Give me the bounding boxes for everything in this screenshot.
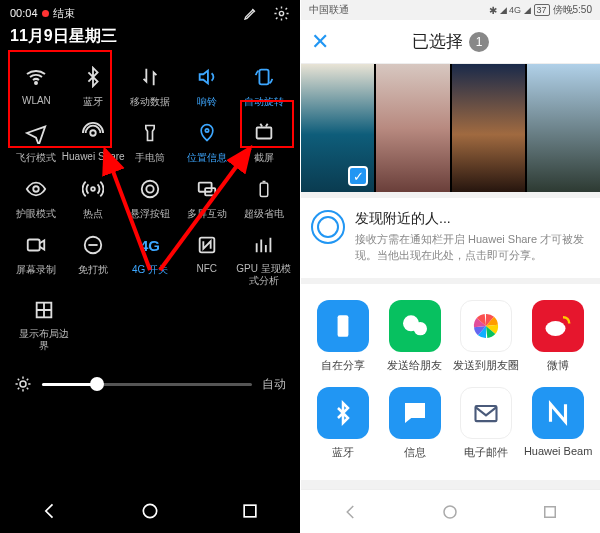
battery-indicator: 37 bbox=[534, 4, 550, 16]
status-time: 傍晚5:50 bbox=[553, 3, 592, 17]
quick-settings-grid: WLAN 蓝牙 移动数据 响铃 自动旋转 飞行模式 Huawei Share 手… bbox=[0, 63, 300, 351]
app-zizai[interactable]: 自在分享 bbox=[307, 300, 379, 373]
app-bluetooth[interactable]: 蓝牙 bbox=[307, 387, 379, 460]
right-phone-share-sheet: 中国联通 ✱ ◢ 4G ◢ 37 傍晚5:50 ✕ 已选择 1 ✓ 发现附近的 bbox=[300, 0, 600, 533]
location-icon bbox=[197, 122, 217, 144]
gallery-thumb[interactable]: ✓ bbox=[301, 64, 374, 192]
nav-bar bbox=[301, 489, 600, 533]
close-icon[interactable]: ✕ bbox=[311, 29, 329, 55]
eye-icon bbox=[25, 178, 47, 200]
nav-back-icon[interactable] bbox=[40, 501, 60, 521]
battery-icon bbox=[255, 178, 273, 200]
bluetooth-icon bbox=[82, 66, 104, 88]
share-header: ✕ 已选择 1 bbox=[301, 20, 600, 64]
tile-hotspot[interactable]: 热点 bbox=[65, 175, 121, 221]
brightness-slider[interactable]: 自动 bbox=[0, 375, 300, 393]
screenshot-icon bbox=[253, 122, 275, 144]
tile-sound[interactable]: 响铃 bbox=[179, 63, 235, 109]
svg-point-7 bbox=[91, 187, 95, 191]
bounds-icon bbox=[33, 299, 55, 321]
nav-home-icon[interactable] bbox=[140, 501, 160, 521]
status-bar: 中国联通 ✱ ◢ 4G ◢ 37 傍晚5:50 bbox=[301, 0, 600, 20]
svg-point-27 bbox=[444, 506, 456, 518]
tile-auto-rotate[interactable]: 自动旋转 bbox=[236, 63, 292, 109]
brightness-icon bbox=[14, 375, 32, 393]
tile-huawei-share[interactable]: Huawei Share bbox=[65, 119, 121, 165]
brightness-track[interactable] bbox=[42, 383, 252, 386]
nav-recent-icon[interactable] bbox=[240, 501, 260, 521]
nav-recent-icon[interactable] bbox=[541, 503, 559, 521]
edit-icon[interactable] bbox=[243, 5, 259, 21]
nav-bar bbox=[0, 489, 300, 533]
bluetooth-icon bbox=[331, 398, 355, 428]
nfc-n-icon bbox=[543, 398, 573, 428]
tile-mobile-data[interactable]: 移动数据 bbox=[122, 63, 178, 109]
gallery-thumb[interactable] bbox=[452, 64, 525, 192]
gallery-strip[interactable]: ✓ bbox=[301, 64, 600, 192]
tile-gpu[interactable]: GPU 呈现模式分析 bbox=[236, 231, 292, 286]
tile-flashlight[interactable]: 手电筒 bbox=[122, 119, 178, 165]
gpu-icon bbox=[253, 234, 275, 256]
wifi-icon bbox=[24, 65, 48, 89]
moments-icon bbox=[470, 310, 502, 342]
brightness-auto-label[interactable]: 自动 bbox=[262, 376, 286, 393]
app-wechat-friend[interactable]: 发送给朋友 bbox=[379, 300, 451, 373]
tile-bluetooth[interactable]: 蓝牙 bbox=[65, 63, 121, 109]
gallery-thumb[interactable] bbox=[376, 64, 449, 192]
status-bar: 00:04 结束 bbox=[0, 0, 300, 26]
signal-indicator-icon: ◢ 4G ◢ bbox=[500, 5, 531, 15]
tile-screen-record[interactable]: 屏幕录制 bbox=[8, 231, 64, 286]
svg-rect-22 bbox=[337, 315, 348, 337]
tile-screenshot[interactable]: 截屏 bbox=[236, 119, 292, 165]
header-title: 已选择 bbox=[412, 30, 463, 53]
app-messages[interactable]: 信息 bbox=[379, 387, 451, 460]
dnd-icon bbox=[82, 234, 104, 256]
svg-rect-26 bbox=[476, 406, 497, 421]
wechat-icon bbox=[399, 310, 431, 342]
record-icon bbox=[25, 234, 47, 256]
tile-wlan[interactable]: WLAN bbox=[8, 63, 64, 109]
app-email[interactable]: 电子邮件 bbox=[451, 387, 523, 460]
mail-icon bbox=[470, 399, 502, 427]
phone-icon bbox=[330, 310, 356, 342]
sound-icon bbox=[196, 66, 218, 88]
svg-rect-28 bbox=[545, 506, 556, 517]
tile-airplane[interactable]: 飞行模式 bbox=[8, 119, 64, 165]
tile-float-button[interactable]: 悬浮按钮 bbox=[122, 175, 178, 221]
app-huawei-beam[interactable]: Huawei Beam bbox=[522, 387, 594, 460]
nearby-desc: 接收方需在通知栏开启 Huawei Share 才可被发现。当他出现在此处，点击… bbox=[355, 232, 590, 264]
huawei-share-ring-icon bbox=[311, 210, 345, 244]
gear-icon[interactable] bbox=[273, 5, 290, 22]
svg-rect-2 bbox=[259, 70, 268, 85]
nav-back-icon[interactable] bbox=[342, 503, 360, 521]
tile-layout-bounds[interactable]: 显示布局边界 bbox=[16, 296, 72, 351]
selection-count-badge: 1 bbox=[469, 32, 489, 52]
bluetooth-indicator-icon: ✱ bbox=[489, 5, 497, 16]
app-weibo[interactable]: 微博 bbox=[522, 300, 594, 373]
message-icon bbox=[400, 398, 430, 428]
nav-home-icon[interactable] bbox=[441, 503, 459, 521]
nearby-panel[interactable]: 发现附近的人... 接收方需在通知栏开启 Huawei Share 才可被发现。… bbox=[301, 198, 600, 278]
status-time: 00:04 bbox=[10, 7, 38, 19]
app-wechat-moments[interactable]: 发送到朋友圈 bbox=[451, 300, 523, 373]
svg-point-25 bbox=[546, 321, 566, 336]
nearby-title: 发现附近的人... bbox=[355, 210, 590, 228]
status-rec-label: 结束 bbox=[53, 6, 75, 21]
huawei-share-icon bbox=[82, 122, 104, 144]
tile-location[interactable]: 位置信息 bbox=[179, 119, 235, 165]
hotspot-icon bbox=[82, 178, 104, 200]
data-icon bbox=[139, 66, 161, 88]
left-phone-quick-settings: 00:04 结束 11月9日星期三 WLAN 蓝牙 移动数据 响铃 自动旋转 飞… bbox=[0, 0, 300, 533]
gallery-thumb[interactable] bbox=[527, 64, 600, 192]
tile-4g[interactable]: 4G4G 开关 bbox=[122, 231, 178, 286]
airplane-icon bbox=[25, 122, 47, 144]
svg-rect-12 bbox=[260, 183, 268, 197]
flashlight-icon bbox=[140, 122, 160, 144]
weibo-icon bbox=[543, 311, 573, 341]
tile-dnd[interactable]: 免打扰 bbox=[65, 231, 121, 286]
carrier-label: 中国联通 bbox=[309, 3, 349, 17]
tile-nfc[interactable]: NFC bbox=[179, 231, 235, 286]
tile-multiscreen[interactable]: 多屏互动 bbox=[179, 175, 235, 221]
tile-eye-comfort[interactable]: 护眼模式 bbox=[8, 175, 64, 221]
tile-ultra-power[interactable]: 超级省电 bbox=[236, 175, 292, 221]
